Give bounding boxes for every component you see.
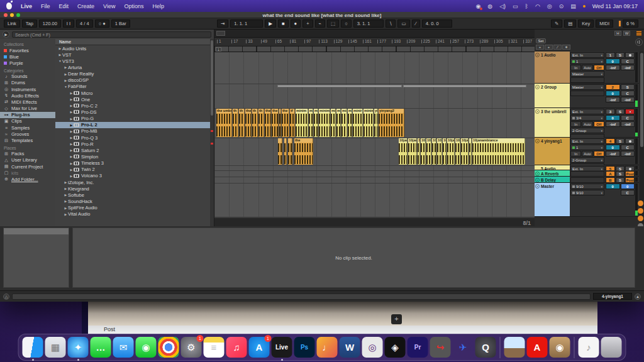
- monitor-auto[interactable]: Auto: [582, 65, 592, 70]
- monitor-off[interactable]: Off: [594, 65, 604, 70]
- audio-clip[interactable]: m: [309, 109, 313, 137]
- location-icon[interactable]: ◍: [487, 3, 492, 9]
- facetime-icon[interactable]: ◉: [136, 337, 157, 358]
- tree-item-pro-mb[interactable]: ▶Pro-MB: [55, 128, 210, 134]
- expand-arrow-icon[interactable]: ▶: [69, 174, 74, 178]
- tree-item-pro-q-3[interactable]: ▶Pro-Q 3: [55, 134, 210, 141]
- fold-panel-icon[interactable]: ▲: [635, 293, 641, 300]
- monitor-in[interactable]: In: [570, 121, 581, 127]
- track-name[interactable]: Master▾: [535, 183, 570, 216]
- punch-in-icon[interactable]: ∖: [386, 19, 396, 28]
- track-header-1-audio[interactable]: 1 Audio▾Ext. In▾1▾InAutoOffMaster▾1S0C-i…: [535, 52, 639, 84]
- tree-item-vst3[interactable]: ▼VST3: [55, 58, 210, 64]
- sidebar-item-add-folder-[interactable]: ⊕Add Folder...: [0, 176, 55, 182]
- loop-start-field[interactable]: 3. 1. 1: [353, 19, 384, 28]
- audio-clip[interactable]: m: [314, 109, 318, 137]
- tree-header[interactable]: Name: [55, 39, 210, 45]
- sidebar-item-instruments[interactable]: ◎Instruments: [0, 86, 55, 92]
- pencil-button[interactable]: ∕: [553, 45, 562, 50]
- word-icon[interactable]: W: [340, 337, 360, 358]
- expand-arrow-icon[interactable]: ▶: [69, 129, 74, 133]
- audio-clip[interactable]: 10 1: [421, 138, 426, 165]
- menu-clock[interactable]: Wed 11 Jan 09:17: [592, 3, 638, 9]
- audio-clip[interactable]: 10jana: [408, 138, 417, 165]
- expand-arrow-icon[interactable]: ▶: [69, 123, 74, 127]
- creative-cloud-icon[interactable]: A: [527, 337, 548, 358]
- overdub-icon[interactable]: +: [303, 19, 313, 28]
- chrome-icon[interactable]: [158, 337, 179, 358]
- menu-item-create[interactable]: Create: [77, 3, 94, 9]
- audio-clip[interactable]: yi: [374, 109, 378, 137]
- track-name[interactable]: A Reverb▾: [535, 170, 570, 176]
- cpu-load-field[interactable]: 6 %: [623, 19, 638, 28]
- arrangement-lane-2-group[interactable]: [214, 84, 535, 109]
- routing-select[interactable]: 9/10▾: [570, 184, 604, 189]
- music-file-icon[interactable]: ♪: [579, 337, 599, 358]
- solo-button[interactable]: S: [616, 177, 625, 183]
- sidebar-item-sounds[interactable]: ♪Sounds: [0, 74, 55, 80]
- audio-clip[interactable]: 10janambiance: [472, 138, 525, 165]
- sidebar-item-midi-effects[interactable]: ⇄MIDI Effects: [0, 99, 55, 105]
- expand-arrow-icon[interactable]: ▶: [64, 72, 68, 76]
- audio-clip[interactable]: mi: [331, 109, 336, 137]
- monitor-in[interactable]: In: [570, 151, 581, 156]
- expand-arrow-icon[interactable]: ▶: [64, 193, 68, 197]
- mixer-cell[interactable]: C: [621, 90, 635, 96]
- arm-record-button[interactable]: [625, 52, 635, 58]
- mixer-cell[interactable]: -inf: [606, 65, 620, 70]
- audio-clip[interactable]: m: [348, 109, 352, 137]
- track-name[interactable]: 2 Group▾: [535, 84, 570, 107]
- expand-arrow-icon[interactable]: ▶: [69, 162, 74, 165]
- expand-arrow-icon[interactable]: ▼: [64, 85, 68, 89]
- fold-icon[interactable]: ▾: [535, 53, 540, 57]
- loop-length-field[interactable]: 4. 0. 0: [422, 19, 452, 28]
- display-icon[interactable]: ▭: [513, 3, 518, 9]
- apple-menu-icon[interactable]: [6, 3, 12, 9]
- audio-clip[interactable]: the: [272, 109, 279, 137]
- mixer-cell[interactable]: 4: [606, 138, 615, 144]
- audio-clip[interactable]: th: [258, 109, 264, 137]
- audio-clip[interactable]: 10 1: [432, 138, 436, 165]
- tree-item-arturia[interactable]: ▶Arturia: [55, 64, 210, 70]
- audio-clip[interactable]: 1: [418, 138, 420, 165]
- key-map-button[interactable]: Key: [578, 19, 594, 28]
- account-icon[interactable]: ◎: [547, 3, 552, 9]
- show-detail-icon[interactable]: △: [3, 293, 9, 300]
- mixer-cell[interactable]: C: [621, 115, 635, 121]
- expand-arrow-icon[interactable]: ▶: [69, 136, 74, 140]
- expand-arrow-icon[interactable]: ▶: [69, 97, 74, 101]
- contacts-icon[interactable]: ◉: [550, 337, 570, 358]
- audio-clip[interactable]: [279, 109, 281, 137]
- routing-select[interactable]: 1▾: [570, 145, 604, 150]
- expand-arrow-icon[interactable]: ▶: [58, 47, 62, 50]
- routing-select[interactable]: 3/4▾: [570, 115, 604, 121]
- audio-clip[interactable]: th: [252, 109, 258, 137]
- sidebar-item-plug-ins[interactable]: ⊶Plug-Ins: [0, 112, 55, 118]
- status-field[interactable]: [12, 293, 591, 300]
- solo-button[interactable]: S: [616, 52, 625, 58]
- sidebar-item-clips[interactable]: ▣Clips: [0, 118, 55, 124]
- tree-item-simplon[interactable]: ▶Simplon: [55, 153, 210, 160]
- tree-item-fabfilter[interactable]: ▼FabFilter: [55, 84, 210, 90]
- draw-mode-icon[interactable]: ✎: [551, 19, 562, 28]
- link-button[interactable]: Link: [4, 19, 20, 28]
- appstore-icon[interactable]: A1: [249, 337, 270, 358]
- tap-tempo-button[interactable]: Tap: [22, 19, 37, 28]
- finder-icon[interactable]: [23, 337, 43, 358]
- follow-button[interactable]: ⇥: [217, 19, 228, 28]
- arrangement-empty-area[interactable]: [214, 217, 535, 218]
- arrangement-view[interactable]: 1173349658197113129145161177193209225241…: [214, 30, 535, 237]
- loop-icon[interactable]: ▭: [397, 19, 409, 28]
- sidebar-item-grooves[interactable]: ≈Grooves: [0, 131, 55, 137]
- audio-clip[interactable]: mir: [341, 109, 347, 137]
- menu-item-options[interactable]: Options: [124, 3, 143, 9]
- monitor-off[interactable]: Off: [594, 151, 604, 156]
- expand-arrow-icon[interactable]: ▶: [64, 199, 68, 203]
- audio-clip[interactable]: minir: [353, 109, 363, 137]
- sidebar-item-blue[interactable]: Blue: [0, 53, 55, 60]
- launchpad-icon[interactable]: ▦: [45, 337, 66, 358]
- monitor-in[interactable]: In: [570, 65, 581, 70]
- back-to-arrangement-button[interactable]: [216, 31, 225, 36]
- mixer-cell[interactable]: C: [621, 58, 635, 64]
- arrangement-overview[interactable]: 1: [214, 47, 535, 52]
